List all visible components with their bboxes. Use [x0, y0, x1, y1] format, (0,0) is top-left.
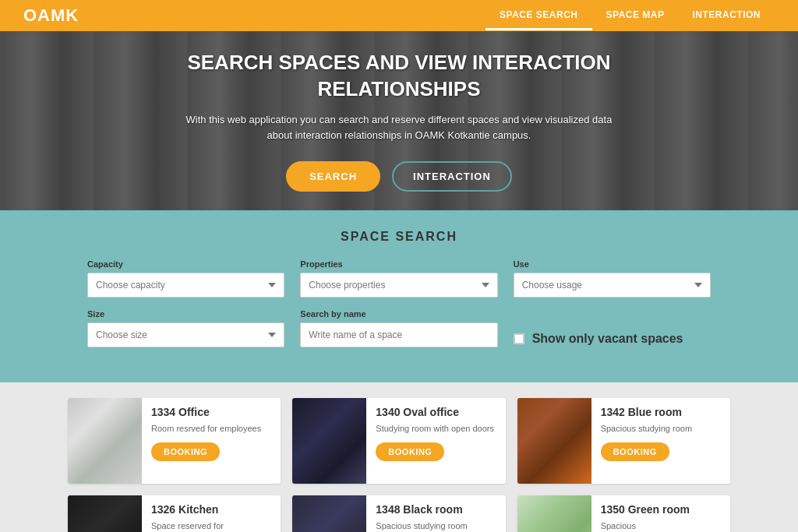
hero-section: SEARCH SPACES AND VIEW INTERACTION RELAT… [0, 31, 798, 210]
space-desc-1334: Room resrved for employees [151, 423, 271, 435]
space-card-1334: 1334 OfficeRoom resrved for employeesBOO… [68, 398, 281, 484]
space-image-1334 [68, 398, 142, 484]
search-section: SPACE SEARCH Capacity Choose capacity Pr… [0, 210, 798, 382]
properties-field: Properties Choose properties [300, 259, 497, 298]
capacity-field: Capacity Choose capacity [87, 259, 284, 298]
space-desc-1326: Space reserved for refreshment [151, 520, 271, 532]
search-button[interactable]: SEARCH [286, 161, 380, 192]
use-field: Use Choose usage [514, 259, 711, 298]
capacity-label: Capacity [87, 259, 284, 269]
space-name-1348: 1348 Black room [376, 503, 496, 516]
properties-select[interactable]: Choose properties [300, 273, 497, 298]
space-name-1342: 1342 Blue room [601, 406, 721, 418]
properties-label: Properties [300, 259, 497, 269]
space-image-1342 [517, 398, 591, 484]
use-select[interactable]: Choose usage [514, 273, 711, 298]
space-image-1350 [517, 495, 591, 532]
name-label: Search by name [300, 309, 497, 319]
space-image-1340 [292, 398, 366, 484]
space-name-1326: 1326 Kitchen [151, 503, 271, 516]
space-image-1326 [68, 495, 142, 532]
vacant-field: Show only vacant spaces [514, 328, 711, 347]
hero-title: SEARCH SPACES AND VIEW INTERACTION RELAT… [181, 50, 617, 103]
size-label: Size [87, 309, 284, 319]
space-desc-1348: Spacious studying room [376, 520, 496, 532]
nav-links: SPACE SEARCH SPACE MAP INTERACTION [486, 2, 775, 30]
size-select[interactable]: Choose size [87, 322, 284, 347]
spaces-grid: 1334 OfficeRoom resrved for employeesBOO… [68, 398, 730, 532]
space-card-1340: 1340 Oval officeStudying room with open … [292, 398, 505, 484]
capacity-select[interactable]: Choose capacity [87, 273, 284, 298]
navbar: OAMK SPACE SEARCH SPACE MAP INTERACTION [0, 0, 798, 31]
spaces-section: 1334 OfficeRoom resrved for employeesBOO… [0, 382, 798, 532]
booking-button-1340[interactable]: BOOKING [376, 442, 444, 461]
nav-space-map[interactable]: SPACE MAP [592, 2, 679, 30]
name-field: Search by name [300, 309, 497, 347]
search-title: SPACE SEARCH [23, 230, 775, 244]
name-input[interactable] [300, 322, 497, 347]
space-card-1350: 1350 Green roomSpacious [517, 495, 730, 532]
space-card-1348: 1348 Black roomSpacious studying room [292, 495, 505, 532]
space-name-1334: 1334 Office [151, 406, 271, 418]
booking-button-1342[interactable]: BOOKING [601, 442, 669, 461]
brand-logo: OAMK [23, 5, 79, 26]
size-field: Size Choose size [87, 309, 284, 347]
vacant-checkbox[interactable] [514, 333, 524, 344]
space-card-1326: 1326 KitchenSpace reserved for refreshme… [68, 495, 281, 532]
space-desc-1342: Spacious studying room [601, 423, 721, 435]
use-label: Use [514, 259, 711, 269]
hero-subtitle: With this web application you can search… [181, 112, 617, 145]
space-desc-1340: Studying room with open doors [376, 423, 496, 435]
booking-button-1334[interactable]: BOOKING [151, 442, 220, 461]
nav-space-search[interactable]: SPACE SEARCH [486, 2, 591, 30]
nav-interaction[interactable]: INTERACTION [679, 2, 775, 30]
space-image-1348 [292, 495, 366, 532]
interaction-button[interactable]: INTERACTION [392, 161, 512, 192]
space-desc-1350: Spacious [601, 520, 721, 532]
space-card-1342: 1342 Blue roomSpacious studying roomBOOK… [517, 398, 730, 484]
space-name-1350: 1350 Green room [601, 503, 721, 516]
space-name-1340: 1340 Oval office [376, 406, 496, 418]
vacant-label: Show only vacant spaces [532, 332, 683, 346]
